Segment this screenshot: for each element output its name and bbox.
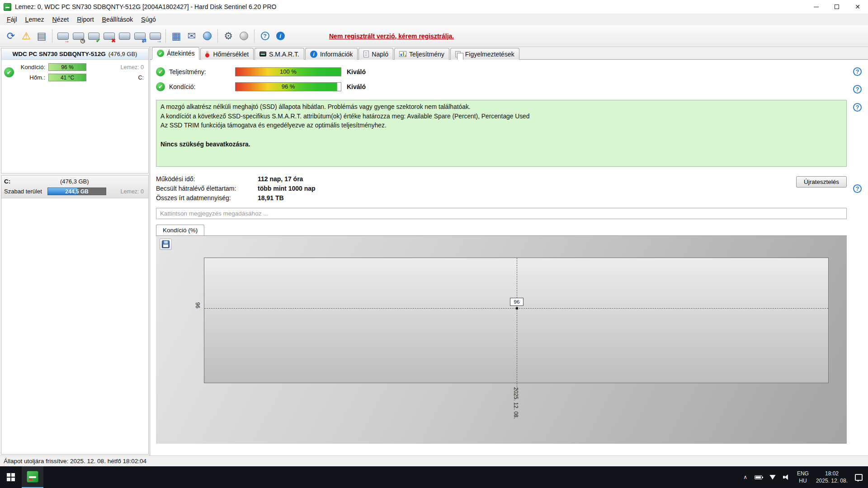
tab-temperature[interactable]: Hőmérséklet: [200, 48, 254, 60]
network-report-button[interactable]: [200, 28, 214, 44]
chart-value-box: 96: [510, 298, 524, 306]
report-button[interactable]: ▤: [34, 28, 49, 44]
info-value: több mint 1000 nap: [258, 185, 316, 192]
disk-accept-button[interactable]: ✔: [86, 28, 101, 44]
disk-schedule-button[interactable]: ◷: [71, 28, 85, 44]
save-chart-button[interactable]: [160, 239, 172, 250]
menu-help[interactable]: Súgó: [137, 14, 160, 24]
about-button[interactable]: i: [273, 28, 288, 44]
menu-view[interactable]: Nézet: [48, 14, 73, 24]
condition-row: ✔ Kondíció: 96 % Kiváló: [156, 79, 847, 94]
help-icon[interactable]: ?: [853, 184, 862, 193]
performance-chart-icon: [399, 51, 406, 57]
menu-disk[interactable]: Lemez: [21, 14, 48, 24]
check-icon: ✔: [96, 38, 100, 43]
log-calendar-button[interactable]: ▦: [169, 28, 184, 44]
main-area: WDC PC SN730 SDBQNTY-512G (476,9 GB) ✔ K…: [0, 47, 868, 455]
tab-performance[interactable]: Teljesítmény: [394, 48, 449, 60]
tab-information[interactable]: i Információk: [305, 48, 358, 60]
condition-label: Kondíció:: [169, 83, 235, 90]
settings-button[interactable]: ⚙: [221, 28, 236, 44]
disk-eject-button[interactable]: →: [148, 28, 162, 44]
disk-size: (476,9 GB): [108, 51, 137, 57]
info-label: Becsült hátralévő élettartam:: [156, 185, 258, 192]
menu-file[interactable]: Fájl: [3, 14, 21, 24]
performance-label: Teljesítmény:: [169, 68, 235, 75]
menu-report[interactable]: Riport: [73, 14, 98, 24]
help-icon[interactable]: ?: [853, 103, 862, 112]
action-center-icon[interactable]: [855, 474, 863, 481]
partition-entry[interactable]: C: (476,3 GB) Szabad terület 244,5 GB Le…: [1, 175, 148, 198]
menu-settings[interactable]: Beállítások: [98, 14, 137, 24]
cross-icon: ✖: [111, 38, 116, 43]
disk-status: ✔ Kondíció: 96 % Lemez: 0 Hőm.: 41 °C C:: [1, 60, 148, 85]
tab-label: Információk: [320, 51, 353, 58]
info-label: Összes írt adatmennyiség:: [156, 194, 258, 202]
check-icon: ✔: [156, 82, 165, 91]
app-icon: [4, 3, 11, 11]
save-icon: [162, 240, 170, 248]
taskbar-app-hdsentinel[interactable]: [22, 466, 43, 488]
help-icon[interactable]: ?: [853, 67, 862, 76]
chart-x-tick-label: 2025. 12. 08.: [513, 387, 519, 419]
condition-history-chart: 96 96 2025. 12. 08.: [156, 235, 847, 444]
tab-smart[interactable]: S.M.A.R.T.: [255, 48, 304, 60]
battery-icon[interactable]: [755, 475, 762, 479]
disk-error-button[interactable]: ✖: [102, 28, 116, 44]
sidebar: WDC PC SN730 SDBQNTY-512G (476,9 GB) ✔ K…: [0, 47, 150, 455]
warning-icon: ⚠: [22, 31, 31, 41]
chart-tab[interactable]: Kondíció (%): [156, 225, 204, 235]
disk-entry[interactable]: WDC PC SN730 SDBQNTY-512G (476,9 GB) ✔ K…: [1, 48, 148, 85]
condition-rating: Kiváló: [347, 83, 366, 90]
toolbar: ⟳ ⚠ ▤ → ◷ ✔ ✖ ⇄ → ▦ ✉ ⚙ ? i Nem regisztr…: [0, 25, 868, 47]
status-line: Az SSD TRIM funkciója támogatva és enged…: [160, 121, 842, 131]
tab-log[interactable]: Napló: [359, 48, 393, 60]
info-row: Becsült hátralévő élettartam: több mint …: [156, 183, 847, 193]
register-link[interactable]: Nem regisztrált verzió, kérem regisztrál…: [329, 33, 454, 40]
refresh-button[interactable]: ⟳: [4, 28, 18, 44]
performance-bar: 100 %: [235, 67, 341, 76]
taskbar-clock[interactable]: 18:02 2025. 12. 08.: [816, 470, 848, 484]
help-button[interactable]: ?: [258, 28, 272, 44]
minimize-button[interactable]: [806, 0, 826, 14]
retest-button[interactable]: Újratesztelés: [796, 176, 847, 188]
globe-icon: [203, 32, 212, 40]
toolbar-separator: [217, 29, 218, 43]
disk-remove-button[interactable]: →: [56, 28, 70, 44]
tab-alerts[interactable]: Figyelmeztetések: [450, 48, 519, 60]
clock-date: 2025. 12. 08.: [816, 477, 848, 484]
comment-input[interactable]: [156, 208, 847, 219]
disk-number-label: Lemez: 0: [121, 64, 144, 70]
clock-icon: ◷: [80, 38, 85, 43]
temperature-bar: 41 °C: [48, 74, 86, 81]
send-mail-button[interactable]: ✉: [184, 28, 199, 44]
language-indicator[interactable]: ENG HU: [797, 470, 809, 484]
surface-test-button[interactable]: ⚠: [19, 28, 33, 44]
free-space-value: 244,5 GB: [48, 188, 106, 195]
smart-chip-icon: [259, 52, 266, 56]
health-status-box: A mozgó alkatrész nélküli meghajtó (SSD)…: [156, 100, 847, 167]
gear-icon: ⚙: [224, 31, 233, 41]
status-action-line: Nincs szükség beavatkozásra.: [160, 140, 842, 150]
volume-icon[interactable]: [783, 474, 790, 480]
online-button[interactable]: [236, 28, 251, 44]
tab-overview[interactable]: ✔ Áttekintés: [152, 47, 199, 60]
taskbar: ∧ ENG HU 18:02 2025. 12. 08.: [0, 466, 868, 488]
close-button[interactable]: ✕: [847, 0, 868, 14]
toolbar-separator: [254, 29, 255, 43]
wifi-icon[interactable]: [769, 475, 776, 480]
condition-label: Kondíció:: [17, 64, 45, 70]
status-line: A kondíciót a következő SSD-specifikus S…: [160, 112, 842, 122]
disk-plain-button[interactable]: [117, 28, 132, 44]
start-button[interactable]: [0, 466, 22, 488]
disk-transfer-button[interactable]: ⇄: [132, 28, 147, 44]
help-icon[interactable]: ?: [853, 85, 862, 94]
chart-plot-area: 96 96 2025. 12. 08.: [204, 258, 829, 383]
info-icon: i: [310, 51, 317, 58]
tray-overflow-chevron-icon[interactable]: ∧: [743, 474, 747, 480]
maximize-icon: [835, 5, 839, 9]
maximize-button[interactable]: [826, 0, 847, 14]
overview-panel: ✔ Teljesítmény: 100 % Kiváló ✔ Kondíció:…: [150, 60, 868, 455]
hdsentinel-icon: [27, 471, 38, 483]
system-tray: ∧ ENG HU 18:02 2025. 12. 08.: [743, 466, 868, 488]
